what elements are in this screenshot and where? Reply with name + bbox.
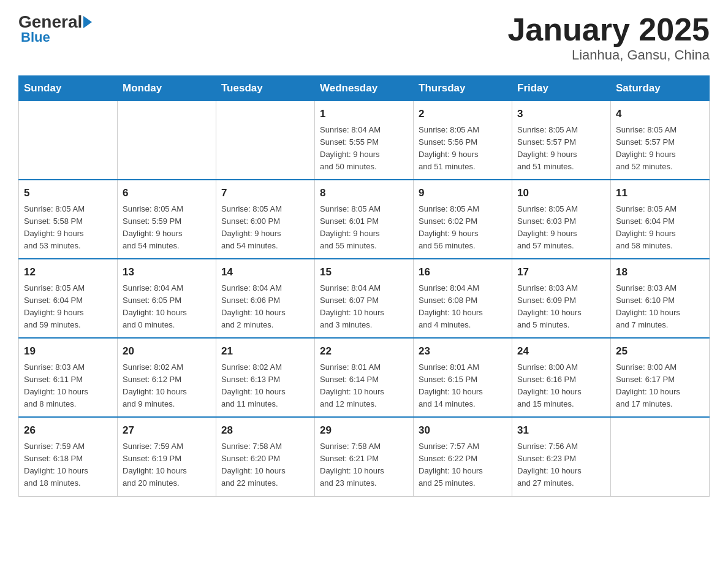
calendar-day-22: 22Sunrise: 8:01 AMSunset: 6:14 PMDayligh… [315, 338, 414, 417]
day-info: Sunrise: 8:04 AMSunset: 6:06 PMDaylight:… [221, 282, 309, 332]
calendar-day-11: 11Sunrise: 8:05 AMSunset: 6:04 PMDayligh… [611, 180, 710, 259]
day-number: 12 [24, 264, 112, 280]
day-info: Sunrise: 8:00 AMSunset: 6:16 PMDaylight:… [517, 361, 605, 411]
day-info: Sunrise: 8:05 AMSunset: 5:57 PMDaylight:… [517, 124, 605, 174]
day-number: 9 [419, 185, 507, 201]
day-number: 24 [517, 343, 605, 359]
calendar-table: SundayMondayTuesdayWednesdayThursdayFrid… [18, 75, 710, 496]
calendar-day-empty [118, 101, 216, 180]
day-info: Sunrise: 8:00 AMSunset: 6:17 PMDaylight:… [616, 361, 704, 411]
day-info: Sunrise: 8:03 AMSunset: 6:11 PMDaylight:… [24, 361, 112, 411]
day-number: 18 [616, 264, 704, 280]
day-number: 8 [320, 185, 408, 201]
calendar-day-9: 9Sunrise: 8:05 AMSunset: 6:02 PMDaylight… [414, 180, 512, 259]
calendar-header: SundayMondayTuesdayWednesdayThursdayFrid… [19, 76, 710, 101]
logo-blue-text: Blue [21, 29, 50, 45]
calendar-day-17: 17Sunrise: 8:03 AMSunset: 6:09 PMDayligh… [512, 259, 611, 338]
day-info: Sunrise: 7:57 AMSunset: 6:22 PMDaylight:… [419, 440, 507, 490]
day-info: Sunrise: 8:05 AMSunset: 6:02 PMDaylight:… [419, 203, 507, 253]
day-info: Sunrise: 8:05 AMSunset: 6:04 PMDaylight:… [616, 203, 704, 253]
calendar-day-31: 31Sunrise: 7:56 AMSunset: 6:23 PMDayligh… [512, 417, 611, 496]
calendar-day-empty [611, 417, 710, 496]
calendar-day-27: 27Sunrise: 7:59 AMSunset: 6:19 PMDayligh… [118, 417, 216, 496]
day-info: Sunrise: 7:58 AMSunset: 6:21 PMDaylight:… [320, 440, 408, 490]
weekday-header-wednesday: Wednesday [315, 76, 414, 101]
day-number: 11 [616, 185, 704, 201]
day-number: 14 [221, 264, 309, 280]
weekday-header-tuesday: Tuesday [216, 76, 315, 101]
day-info: Sunrise: 8:05 AMSunset: 6:01 PMDaylight:… [320, 203, 408, 253]
day-number: 22 [320, 343, 408, 359]
day-number: 1 [320, 106, 408, 122]
day-info: Sunrise: 8:04 AMSunset: 6:05 PMDaylight:… [123, 282, 211, 332]
day-info: Sunrise: 8:03 AMSunset: 6:10 PMDaylight:… [616, 282, 704, 332]
day-info: Sunrise: 8:02 AMSunset: 6:12 PMDaylight:… [123, 361, 211, 411]
day-number: 26 [24, 423, 112, 439]
calendar-day-1: 1Sunrise: 8:04 AMSunset: 5:55 PMDaylight… [315, 101, 414, 180]
day-number: 21 [221, 343, 309, 359]
calendar-day-26: 26Sunrise: 7:59 AMSunset: 6:18 PMDayligh… [19, 417, 118, 496]
calendar-day-29: 29Sunrise: 7:58 AMSunset: 6:21 PMDayligh… [315, 417, 414, 496]
calendar-title-block: January 2025 Lianhua, Gansu, China [507, 12, 710, 63]
day-number: 19 [24, 343, 112, 359]
day-number: 6 [123, 185, 211, 201]
weekday-header-row: SundayMondayTuesdayWednesdayThursdayFrid… [19, 76, 710, 101]
calendar-week-row: 5Sunrise: 8:05 AMSunset: 5:58 PMDaylight… [19, 180, 710, 259]
day-number: 3 [517, 106, 605, 122]
weekday-header-friday: Friday [512, 76, 611, 101]
calendar-week-row: 19Sunrise: 8:03 AMSunset: 6:11 PMDayligh… [19, 338, 710, 417]
day-number: 30 [419, 423, 507, 439]
day-number: 20 [123, 343, 211, 359]
day-number: 10 [517, 185, 605, 201]
calendar-day-12: 12Sunrise: 8:05 AMSunset: 6:04 PMDayligh… [19, 259, 118, 338]
weekday-header-sunday: Sunday [19, 76, 118, 101]
logo: General Blue [18, 12, 93, 45]
day-info: Sunrise: 8:05 AMSunset: 5:58 PMDaylight:… [24, 203, 112, 253]
weekday-header-thursday: Thursday [414, 76, 512, 101]
calendar-day-2: 2Sunrise: 8:05 AMSunset: 5:56 PMDaylight… [414, 101, 512, 180]
day-number: 13 [123, 264, 211, 280]
weekday-header-monday: Monday [118, 76, 216, 101]
calendar-day-21: 21Sunrise: 8:02 AMSunset: 6:13 PMDayligh… [216, 338, 315, 417]
day-info: Sunrise: 8:02 AMSunset: 6:13 PMDaylight:… [221, 361, 309, 411]
day-info: Sunrise: 8:04 AMSunset: 6:07 PMDaylight:… [320, 282, 408, 332]
day-number: 29 [320, 423, 408, 439]
day-info: Sunrise: 8:04 AMSunset: 5:55 PMDaylight:… [320, 124, 408, 174]
calendar-month-year: January 2025 [507, 12, 710, 47]
calendar-day-7: 7Sunrise: 8:05 AMSunset: 6:00 PMDaylight… [216, 180, 315, 259]
calendar-day-empty [19, 101, 118, 180]
day-info: Sunrise: 7:56 AMSunset: 6:23 PMDaylight:… [517, 440, 605, 490]
calendar-day-3: 3Sunrise: 8:05 AMSunset: 5:57 PMDaylight… [512, 101, 611, 180]
day-number: 5 [24, 185, 112, 201]
day-number: 17 [517, 264, 605, 280]
day-number: 15 [320, 264, 408, 280]
calendar-day-20: 20Sunrise: 8:02 AMSunset: 6:12 PMDayligh… [118, 338, 216, 417]
day-number: 23 [419, 343, 507, 359]
calendar-day-16: 16Sunrise: 8:04 AMSunset: 6:08 PMDayligh… [414, 259, 512, 338]
calendar-day-25: 25Sunrise: 8:00 AMSunset: 6:17 PMDayligh… [611, 338, 710, 417]
day-number: 25 [616, 343, 704, 359]
calendar-day-14: 14Sunrise: 8:04 AMSunset: 6:06 PMDayligh… [216, 259, 315, 338]
day-number: 27 [123, 423, 211, 439]
calendar-week-row: 12Sunrise: 8:05 AMSunset: 6:04 PMDayligh… [19, 259, 710, 338]
day-info: Sunrise: 8:05 AMSunset: 5:59 PMDaylight:… [123, 203, 211, 253]
day-info: Sunrise: 8:05 AMSunset: 6:04 PMDaylight:… [24, 282, 112, 332]
day-info: Sunrise: 8:01 AMSunset: 6:14 PMDaylight:… [320, 361, 408, 411]
day-number: 31 [517, 423, 605, 439]
day-info: Sunrise: 8:05 AMSunset: 6:03 PMDaylight:… [517, 203, 605, 253]
day-info: Sunrise: 8:03 AMSunset: 6:09 PMDaylight:… [517, 282, 605, 332]
day-info: Sunrise: 8:04 AMSunset: 6:08 PMDaylight:… [419, 282, 507, 332]
calendar-day-6: 6Sunrise: 8:05 AMSunset: 5:59 PMDaylight… [118, 180, 216, 259]
calendar-day-8: 8Sunrise: 8:05 AMSunset: 6:01 PMDaylight… [315, 180, 414, 259]
day-number: 2 [419, 106, 507, 122]
calendar-body: 1Sunrise: 8:04 AMSunset: 5:55 PMDaylight… [19, 101, 710, 496]
day-number: 4 [616, 106, 704, 122]
day-info: Sunrise: 7:59 AMSunset: 6:19 PMDaylight:… [123, 440, 211, 490]
day-number: 7 [221, 185, 309, 201]
page-header: General Blue January 2025 Lianhua, Gansu… [18, 12, 710, 63]
calendar-day-28: 28Sunrise: 7:58 AMSunset: 6:20 PMDayligh… [216, 417, 315, 496]
day-info: Sunrise: 8:01 AMSunset: 6:15 PMDaylight:… [419, 361, 507, 411]
calendar-location: Lianhua, Gansu, China [507, 47, 710, 63]
calendar-day-10: 10Sunrise: 8:05 AMSunset: 6:03 PMDayligh… [512, 180, 611, 259]
day-info: Sunrise: 7:58 AMSunset: 6:20 PMDaylight:… [221, 440, 309, 490]
